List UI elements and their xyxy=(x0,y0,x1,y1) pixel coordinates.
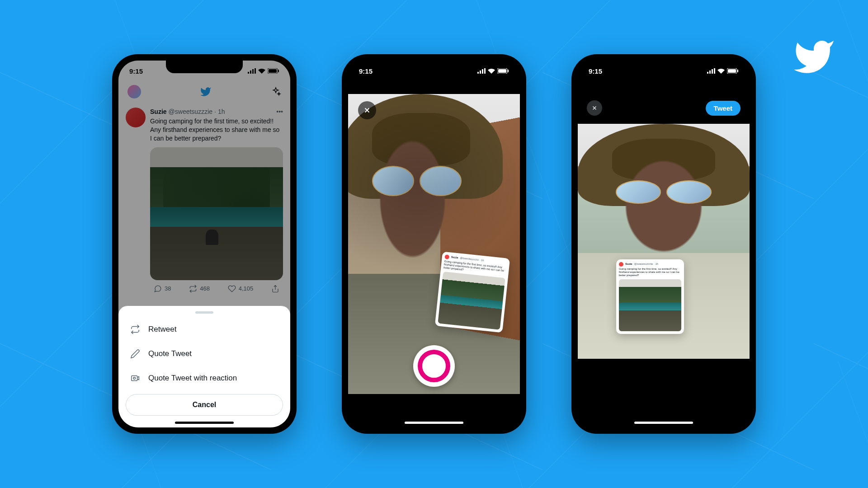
camera-reaction-icon xyxy=(130,373,140,383)
home-indicator[interactable] xyxy=(175,422,234,424)
wifi-icon xyxy=(717,68,725,74)
close-icon xyxy=(363,106,371,114)
close-button[interactable] xyxy=(587,100,602,116)
mini-avatar xyxy=(619,262,623,267)
mini-image xyxy=(438,272,505,330)
mini-name: Suzie xyxy=(625,263,632,266)
svg-rect-21 xyxy=(728,69,736,73)
wifi-icon xyxy=(488,68,495,74)
notch xyxy=(166,61,243,73)
svg-rect-7 xyxy=(132,376,137,381)
person-glasses xyxy=(616,180,712,204)
status-icons xyxy=(477,68,509,74)
home-indicator[interactable] xyxy=(634,422,693,424)
svg-rect-15 xyxy=(508,70,509,72)
tweet-button-label: Tweet xyxy=(714,104,732,112)
phone-mockups-row: 9:15 Suzie @sweetsuzzzie · xyxy=(112,54,756,434)
mini-handle: @sweetsuzzzie · 1h xyxy=(634,263,658,266)
mini-name: Suzie xyxy=(451,256,458,260)
svg-rect-18 xyxy=(712,69,713,74)
cellular-icon xyxy=(477,68,486,74)
svg-rect-11 xyxy=(482,69,483,74)
status-icons xyxy=(707,68,739,74)
svg-rect-14 xyxy=(498,69,506,73)
svg-rect-22 xyxy=(737,70,738,72)
quoted-tweet-overlay[interactable]: Suzie @sweetsuzzzie · 1h Going camping f… xyxy=(616,259,684,334)
mini-avatar xyxy=(444,254,449,259)
pencil-icon xyxy=(130,349,140,359)
retweet-label: Retweet xyxy=(148,325,176,334)
phone-1: 9:15 Suzie @sweetsuzzzie · xyxy=(112,54,297,434)
mini-text: Going camping for the first time, so exc… xyxy=(619,267,681,277)
close-icon xyxy=(591,105,598,111)
notch xyxy=(625,61,702,73)
cancel-label: Cancel xyxy=(193,401,216,408)
retweet-option[interactable]: Retweet xyxy=(126,317,283,342)
svg-rect-12 xyxy=(484,68,486,74)
retweet-icon xyxy=(130,324,140,334)
svg-rect-10 xyxy=(480,70,481,74)
screen-3: 9:15 Tweet xyxy=(578,61,750,427)
phone-3: 9:15 Tweet xyxy=(571,54,756,434)
record-button[interactable] xyxy=(413,345,455,387)
svg-rect-19 xyxy=(714,68,715,74)
svg-rect-17 xyxy=(709,70,711,74)
sheet-handle[interactable] xyxy=(195,311,213,314)
compose-header: Tweet xyxy=(578,97,750,119)
status-time: 9:15 xyxy=(359,67,373,75)
tweet-button[interactable]: Tweet xyxy=(706,101,741,116)
home-indicator[interactable] xyxy=(405,422,463,424)
cancel-button[interactable]: Cancel xyxy=(126,394,283,416)
battery-icon xyxy=(497,68,509,74)
quote-reaction-option[interactable]: Quote Tweet with reaction xyxy=(126,366,283,390)
quote-tweet-label: Quote Tweet xyxy=(148,349,192,358)
twitter-logo-icon xyxy=(792,35,835,79)
screen-1: 9:15 Suzie @sweetsuzzzie · xyxy=(118,61,290,427)
screen-2: 9:15 Suzie @sweetsuzzzie · 1h xyxy=(348,61,520,427)
quoted-tweet-overlay[interactable]: Suzie @sweetsuzzzie · 1h Going camping f… xyxy=(435,252,510,333)
mini-image xyxy=(619,279,681,331)
retweet-action-sheet: Retweet Quote Tweet Quote Tweet with rea… xyxy=(118,306,290,427)
svg-rect-16 xyxy=(707,72,708,74)
quote-reaction-label: Quote Tweet with reaction xyxy=(148,374,237,383)
notch xyxy=(396,61,472,73)
status-time: 9:15 xyxy=(589,67,602,75)
record-indicator xyxy=(418,350,450,382)
close-button[interactable] xyxy=(358,101,376,119)
svg-rect-9 xyxy=(477,72,479,74)
svg-point-8 xyxy=(133,377,136,380)
person-glasses xyxy=(372,166,462,196)
phone-2: 9:15 Suzie @sweetsuzzzie · 1h xyxy=(342,54,526,434)
quote-tweet-option[interactable]: Quote Tweet xyxy=(126,342,283,366)
battery-icon xyxy=(727,68,739,74)
cellular-icon xyxy=(707,68,715,74)
